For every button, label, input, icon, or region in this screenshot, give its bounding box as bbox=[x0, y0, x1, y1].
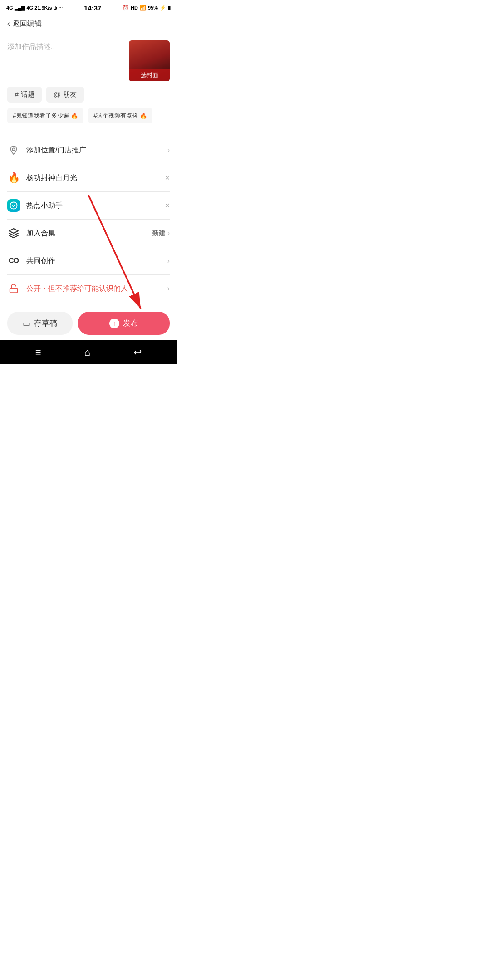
back-button[interactable]: ‹ 返回编辑 bbox=[7, 19, 42, 29]
svg-point-0 bbox=[12, 148, 15, 151]
privacy-chevron-icon: › bbox=[167, 284, 170, 293]
back-icon: ‹ bbox=[7, 19, 10, 29]
hashtag-icon: # bbox=[15, 91, 19, 99]
upload-icon: ↑ bbox=[109, 318, 119, 328]
mention-label: 朋友 bbox=[63, 90, 77, 99]
mention-icon: @ bbox=[54, 91, 61, 99]
hot-assistant-right: × bbox=[165, 201, 170, 211]
svg-marker-1 bbox=[9, 229, 18, 233]
divider-1 bbox=[7, 130, 170, 130]
hot-topics-row: #鬼知道我看了多少遍 🔥 #这个视频有点抖 🔥 bbox=[0, 108, 177, 123]
location-right: › bbox=[167, 146, 170, 154]
time-display: 14:37 bbox=[84, 4, 101, 12]
battery-icon: ⚡ bbox=[160, 5, 166, 11]
description-input[interactable]: 添加作品描述.. bbox=[7, 40, 123, 52]
fire-icon-1: 🔥 bbox=[71, 113, 78, 119]
location-chevron-icon: › bbox=[167, 146, 170, 154]
co-icon: CO bbox=[7, 255, 20, 267]
publish-button[interactable]: ↑ 发布 bbox=[78, 312, 170, 335]
flame-icon: 🔥 bbox=[7, 172, 20, 184]
battery-pct: 95% bbox=[148, 5, 158, 10]
wifi-icon: 📶 bbox=[140, 5, 146, 11]
collection-label: 加入合集 bbox=[26, 229, 146, 238]
menu-icon[interactable]: ≡ bbox=[35, 347, 41, 358]
hot-topic-1-text: #鬼知道我看了多少遍 bbox=[13, 112, 69, 120]
collab-label: 共同创作 bbox=[26, 256, 161, 266]
hot-trend-item[interactable]: 🔥 杨功封神白月光 × bbox=[0, 164, 177, 191]
publish-label: 发布 bbox=[123, 318, 138, 328]
hot-assistant-close-icon[interactable]: × bbox=[165, 201, 170, 211]
layers-icon bbox=[7, 227, 20, 240]
location-label: 添加位置/门店推广 bbox=[26, 146, 161, 155]
collab-item[interactable]: CO 共同创作 › bbox=[0, 247, 177, 274]
status-bar: 4G ▂▄▆ 4G 21.9K/s ψ ··· 14:37 ⏰ HD 📶 95%… bbox=[0, 0, 177, 15]
battery-bar: ▮ bbox=[168, 5, 171, 11]
collection-chevron-icon: › bbox=[167, 229, 170, 237]
alarm-icon: ⏰ bbox=[122, 5, 129, 11]
collection-item[interactable]: 加入合集 新建 › bbox=[0, 220, 177, 247]
top-nav: ‹ 返回编辑 bbox=[0, 15, 177, 33]
privacy-lock-icon bbox=[7, 282, 20, 295]
save-draft-button[interactable]: ▭ 存草稿 bbox=[7, 312, 73, 335]
collab-right: › bbox=[167, 257, 170, 265]
location-icon bbox=[7, 144, 20, 157]
collab-chevron-icon: › bbox=[167, 257, 170, 265]
hashtag-label: 话题 bbox=[21, 90, 34, 99]
privacy-label: 公开・但不推荐给可能认识的人 bbox=[26, 284, 161, 294]
speed-text: 4G 21.9K/s ψ ··· bbox=[26, 5, 63, 10]
collection-new-label: 新建 bbox=[152, 229, 166, 238]
mention-button[interactable]: @ 朋友 bbox=[46, 87, 84, 103]
hot-topic-2-text: #这个视频有点抖 bbox=[93, 112, 138, 120]
hashtag-button[interactable]: # 话题 bbox=[7, 87, 42, 103]
hd-label: HD bbox=[131, 5, 138, 10]
hot-trend-label: 杨功封神白月光 bbox=[26, 173, 158, 183]
cover-label: 选封面 bbox=[129, 69, 170, 81]
signal-icon: 4G bbox=[6, 5, 13, 10]
back-label: 返回编辑 bbox=[13, 19, 42, 29]
home-icon[interactable]: ⌂ bbox=[84, 347, 90, 358]
cover-thumbnail[interactable]: 选封面 bbox=[129, 40, 170, 81]
bottom-nav: ≡ ⌂ ↩ bbox=[0, 340, 177, 364]
tag-row: # 话题 @ 朋友 bbox=[0, 87, 177, 108]
privacy-item[interactable]: 公开・但不推荐给可能认识的人 › bbox=[0, 275, 177, 302]
hot-trend-close-icon[interactable]: × bbox=[165, 173, 170, 183]
hot-trend-right: × bbox=[165, 173, 170, 183]
svg-rect-2 bbox=[10, 288, 18, 293]
hot-assistant-label: 热点小助手 bbox=[26, 201, 158, 211]
back-nav-icon[interactable]: ↩ bbox=[133, 347, 142, 358]
collection-right: 新建 › bbox=[152, 229, 170, 238]
hot-assistant-item[interactable]: 热点小助手 × bbox=[0, 192, 177, 219]
signal-bars: ▂▄▆ bbox=[15, 5, 25, 11]
save-draft-label: 存草稿 bbox=[34, 318, 57, 328]
hot-topic-2[interactable]: #这个视频有点抖 🔥 bbox=[88, 108, 152, 123]
description-area: 添加作品描述.. 选封面 bbox=[0, 33, 177, 87]
status-right: ⏰ HD 📶 95% ⚡ ▮ bbox=[122, 5, 171, 11]
bottom-action-bar: ▭ 存草稿 ↑ 发布 bbox=[0, 306, 177, 340]
fire-icon-2: 🔥 bbox=[140, 113, 147, 119]
location-item[interactable]: 添加位置/门店推广 › bbox=[0, 137, 177, 164]
hot-topic-1[interactable]: #鬼知道我看了多少遍 🔥 bbox=[7, 108, 83, 123]
save-draft-icon: ▭ bbox=[23, 318, 30, 328]
status-left: 4G ▂▄▆ 4G 21.9K/s ψ ··· bbox=[6, 5, 63, 11]
hotpoint-icon bbox=[7, 199, 20, 212]
